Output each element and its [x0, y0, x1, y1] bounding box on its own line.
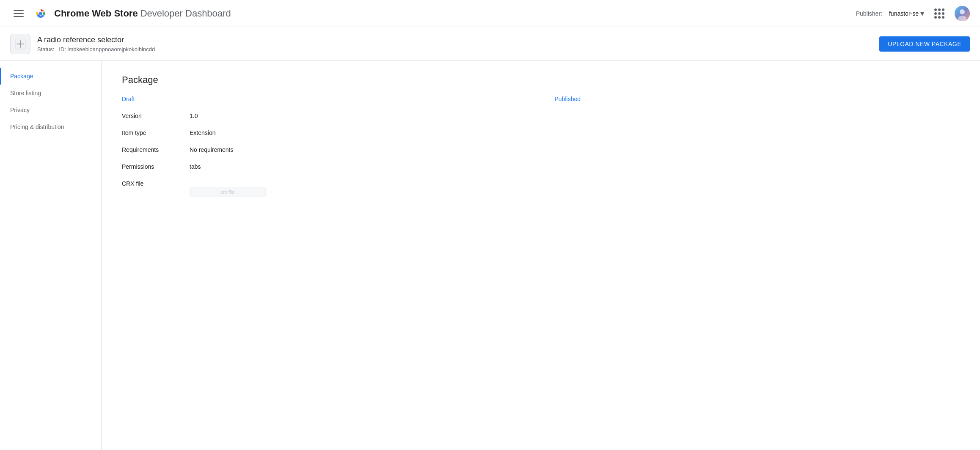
version-value: 1.0: [190, 112, 198, 119]
apps-dot: [934, 8, 937, 11]
requirements-label: Requirements: [122, 146, 190, 153]
publisher-selector[interactable]: funastor-se ▾: [889, 9, 924, 18]
sidebar-item-pricing-distribution[interactable]: Pricing & distribution: [0, 118, 101, 135]
sidebar-item-privacy[interactable]: Privacy: [0, 102, 101, 118]
status-label-text: Status:: [37, 46, 54, 52]
sidebar-item-label: Package: [10, 73, 33, 80]
extension-status: Status: ID: imbkeebioanppnoaomjpkokolhin…: [37, 46, 155, 52]
crx-file-label: CRX file: [122, 180, 190, 187]
apps-dot: [938, 12, 941, 15]
permissions-value: tabs: [190, 163, 201, 170]
apps-dot: [938, 16, 941, 19]
published-column: Published: [555, 96, 960, 212]
user-avatar[interactable]: [955, 6, 970, 21]
sidebar-item-label: Privacy: [10, 107, 30, 113]
apps-dot: [942, 12, 944, 15]
draft-column: Draft Version 1.0 Item type Extension Re…: [122, 96, 527, 212]
extension-details: A radio reference selector Status: ID: i…: [37, 36, 155, 52]
item-type-label: Item type: [122, 129, 190, 136]
upload-new-package-button[interactable]: UPLOAD NEW PACKAGE: [879, 36, 970, 52]
svg-point-12: [19, 43, 21, 45]
page-title: Package: [122, 74, 960, 85]
published-header[interactable]: Published: [555, 96, 960, 102]
svg-rect-0: [14, 10, 24, 11]
svg-point-7: [960, 9, 965, 14]
apps-dot: [934, 12, 937, 15]
apps-dot: [938, 8, 941, 11]
extension-name: A radio reference selector: [37, 36, 155, 44]
svg-point-5: [39, 12, 42, 15]
content-area: Package Draft Version 1.0 Item type Exte…: [102, 61, 980, 450]
extension-icon: [10, 34, 30, 54]
svg-rect-1: [14, 13, 24, 14]
version-row: Version 1.0: [122, 112, 527, 119]
permissions-row: Permissions tabs: [122, 163, 527, 170]
sidebar-item-package[interactable]: Package: [0, 68, 101, 85]
version-label: Version: [122, 112, 190, 119]
main-content: Package Store listing Privacy Pricing & …: [0, 61, 980, 450]
app-name: Chrome Web Store: [54, 8, 138, 19]
publisher-label: Publisher:: [856, 10, 882, 17]
extension-bar: A radio reference selector Status: ID: i…: [0, 27, 980, 61]
sidebar: Package Store listing Privacy Pricing & …: [0, 61, 102, 450]
extension-info: A radio reference selector Status: ID: i…: [10, 34, 155, 54]
package-columns: Draft Version 1.0 Item type Extension Re…: [122, 96, 960, 212]
column-divider: [541, 96, 541, 212]
crx-file-area: crx file: [190, 184, 274, 202]
draft-header[interactable]: Draft: [122, 96, 527, 102]
sidebar-item-store-listing[interactable]: Store listing: [0, 85, 101, 102]
header-title: Chrome Web Store Developer Dashboard: [54, 8, 231, 19]
svg-rect-2: [14, 16, 24, 17]
google-apps-icon[interactable]: [931, 5, 948, 22]
sidebar-item-label: Pricing & distribution: [10, 123, 64, 130]
crx-file-row: CRX file crx file: [122, 180, 527, 202]
menu-icon[interactable]: [10, 5, 27, 22]
crx-file-visual: crx file: [190, 184, 274, 200]
publisher-name-text: funastor-se: [889, 10, 919, 17]
extension-id: ID: imbkeebioanppnoaomjpkokolhincdd: [59, 46, 155, 52]
permissions-label: Permissions: [122, 163, 190, 170]
requirements-row: Requirements No requirements: [122, 146, 527, 153]
apps-dot: [942, 16, 944, 19]
chevron-down-icon: ▾: [920, 9, 924, 18]
header-left: Chrome Web Store Developer Dashboard: [10, 5, 856, 22]
svg-text:crx file: crx file: [221, 189, 234, 195]
item-type-value: Extension: [190, 129, 215, 136]
apps-dot: [942, 8, 944, 11]
chrome-logo-icon: [34, 7, 47, 20]
app-subtitle: Developer Dashboard: [140, 8, 231, 19]
apps-dot: [934, 16, 937, 19]
header-right: Publisher: funastor-se ▾: [856, 5, 970, 22]
sidebar-item-label: Store listing: [10, 90, 41, 96]
item-type-row: Item type Extension: [122, 129, 527, 136]
requirements-value: No requirements: [190, 146, 234, 153]
app-header: Chrome Web Store Developer Dashboard Pub…: [0, 0, 980, 27]
